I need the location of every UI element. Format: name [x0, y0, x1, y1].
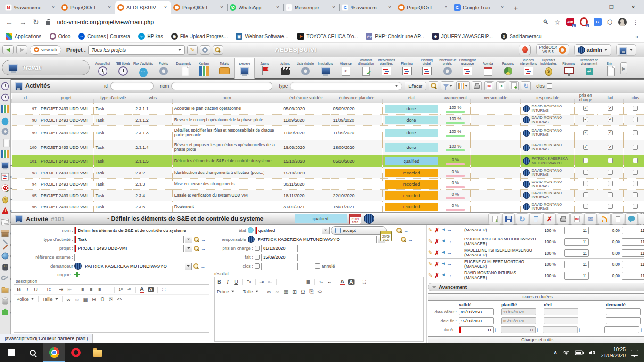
menu-item-actions[interactable]: Actions [275, 58, 295, 79]
sidebar-monitor-icon[interactable]: ▶ [0, 160, 10, 171]
align-left-button[interactable]: ≡ [281, 279, 285, 285]
delete-button[interactable]: ✗ [543, 213, 556, 225]
pris-checkbox[interactable] [583, 170, 588, 175]
text-color-button[interactable]: A [340, 279, 345, 285]
chevron-down-icon[interactable] [185, 263, 192, 270]
tab-close-icon[interactable]: × [387, 4, 393, 11]
table-row[interactable]: 97PROJET 2493 UDD-VMITask2.3.1.1Accorder… [12, 103, 644, 115]
resource-remaining-input[interactable]: 11 [622, 272, 644, 280]
size-select[interactable]: Taille [42, 296, 58, 302]
link-button[interactable]: ∞ [267, 289, 272, 295]
browser-tab[interactable]: ✆WhatsApp× [227, 1, 283, 14]
project-selector[interactable]: Tous les projets [88, 45, 185, 55]
valide-input[interactable]: 01/10/2020 [459, 308, 494, 315]
italic-button[interactable]: I [25, 287, 30, 292]
fait-checkbox[interactable] [608, 181, 613, 186]
fait-checkbox[interactable] [608, 204, 613, 209]
goto-icon[interactable]: → [201, 246, 206, 251]
edit-icon[interactable]: ✎ [428, 238, 433, 245]
resource-remaining-input[interactable]: 11 [622, 249, 644, 257]
menu-overflow-chevron[interactable]: ▶ [620, 62, 627, 74]
project-settings-button[interactable] [200, 45, 210, 55]
demandeur-select[interactable]: PATRICK KASEREKA MUTUNDIWAVYO [83, 263, 183, 270]
remove-format-button[interactable]: Tx [46, 287, 51, 292]
clos-checkbox[interactable] [633, 106, 638, 111]
resource-days-input[interactable]: 11 [564, 261, 589, 268]
table-row[interactable]: 96PROJET 2493 UDD-VMITask2.3.5Roulement3… [12, 201, 644, 212]
forward-icon[interactable]: → [19, 18, 26, 26]
text-color-button[interactable]: A [140, 286, 144, 293]
back-icon[interactable]: ← [6, 18, 13, 26]
search-icon[interactable] [194, 237, 199, 242]
extensions-puzzle-icon[interactable]: ⬡ [607, 18, 612, 25]
menu-item-r-unions[interactable]: Réunions [559, 58, 579, 79]
sidebar-tools-icon[interactable]: ▶ [0, 239, 10, 250]
pris-checkbox[interactable] [583, 181, 588, 186]
pris-checkbox[interactable] [583, 158, 588, 163]
chevron-down-icon[interactable] [185, 245, 192, 252]
demande-input[interactable] [606, 317, 641, 324]
user-menu[interactable]: admin [574, 44, 611, 56]
resultat-editor[interactable]: B I U Tx ⇥⇤ ≡≡≡≣ 1≡•≡ AA ⛶ [214, 277, 424, 342]
responsable-select[interactable]: PATRICK KASEREKA MUTUNDIWAVYO [256, 236, 377, 243]
browser-tab[interactable]: G% avancem× [339, 1, 396, 14]
table-button[interactable]: ⊞ [292, 289, 297, 295]
sidebar-kanban-icon[interactable] [0, 103, 10, 115]
sidebar-kanban-icon[interactable] [0, 148, 10, 160]
app-back-button[interactable] [2, 45, 14, 54]
fait-checkbox[interactable] [608, 130, 613, 135]
edit-project-button[interactable]: ✎ [187, 45, 198, 55]
note-button[interactable] [625, 213, 638, 225]
fait-checkbox[interactable] [255, 255, 260, 260]
browser-tab[interactable]: M%avanceme× [3, 1, 59, 14]
indent-button[interactable]: ⇥ [59, 287, 64, 292]
bullet-list-button[interactable]: •≡ [327, 280, 332, 284]
table-row[interactable]: 93PROJET 2493 UDD-VMITask2.3.2Identifica… [12, 167, 644, 179]
close-button[interactable]: × [622, 0, 644, 14]
sidebar-puzzle-icon[interactable]: ▶ [0, 307, 10, 318]
pris-en-charge-checkbox[interactable] [255, 246, 260, 251]
bookmark-item[interactable]: phpPHP: Choisir une AP... [366, 33, 424, 40]
browser-tab[interactable]: AEDES|SUIV× [115, 1, 171, 14]
table-row[interactable]: 99PROJET 2493 UDD-VMITask2.3.1.3Détaille… [12, 126, 644, 140]
save-button[interactable] [502, 213, 515, 225]
column-header[interactable]: état [383, 93, 440, 103]
share-icon[interactable]: ◄ [441, 261, 446, 268]
restore-button[interactable]: ❐ [601, 0, 622, 14]
tab-close-icon[interactable]: × [499, 4, 505, 11]
resource-days-input[interactable]: 11 [564, 227, 589, 234]
add-button[interactable] [488, 213, 501, 225]
link-button[interactable]: ∞ [66, 296, 71, 302]
version-box[interactable]: ProjeQtOrV8.5.5 [536, 44, 569, 56]
paste-button[interactable]: ⎘ [309, 288, 314, 295]
menu-item-demandes-de-changement[interactable]: Demandes de changement [579, 58, 599, 79]
justify-button[interactable]: ≣ [106, 287, 110, 292]
menu-item-projets[interactable]: Projets [153, 58, 173, 79]
clos-checkbox[interactable] [255, 263, 260, 269]
column-header[interactable]: wbs [133, 93, 173, 103]
battery-icon[interactable] [575, 350, 584, 355]
column-header[interactable]: avancement [440, 93, 470, 103]
sidebar-clock-icon[interactable] [0, 92, 10, 103]
refresh-button[interactable]: ↻ [521, 81, 531, 90]
zoom-icon[interactable]: 🔍︎ [543, 18, 549, 25]
column-header[interactable]: échéance validée [281, 93, 331, 103]
align-right-button[interactable]: ≡ [97, 287, 102, 292]
menu-item-tickets[interactable]: Tickets [214, 58, 234, 79]
minimize-button[interactable]: — [579, 0, 601, 14]
share-icon[interactable]: ◄ [441, 238, 446, 245]
duplicate-button[interactable] [611, 213, 624, 225]
type-select[interactable]: Task [74, 236, 184, 243]
bookmark-item[interactable]: ∞Courses | Coursera [78, 33, 130, 40]
goto-icon[interactable]: → [447, 272, 452, 279]
special-char-button[interactable]: Ω [301, 289, 305, 295]
column-header[interactable]: id [12, 93, 39, 103]
table-row[interactable]: 100PROJET 2493 UDD-VMITask2.3.1.4Réviser… [12, 140, 644, 155]
menu-item-vue-des-interventions[interactable]: Vue des interventions [518, 58, 538, 79]
sidebar-gear-icon[interactable] [0, 126, 10, 137]
align-center-button[interactable]: ≡ [289, 279, 294, 285]
edit-icon[interactable]: ✎ [428, 261, 433, 268]
clos-date[interactable] [261, 263, 298, 270]
bookmark-star-icon[interactable]: ☆ [554, 18, 561, 26]
clos-checkbox[interactable] [633, 145, 638, 150]
